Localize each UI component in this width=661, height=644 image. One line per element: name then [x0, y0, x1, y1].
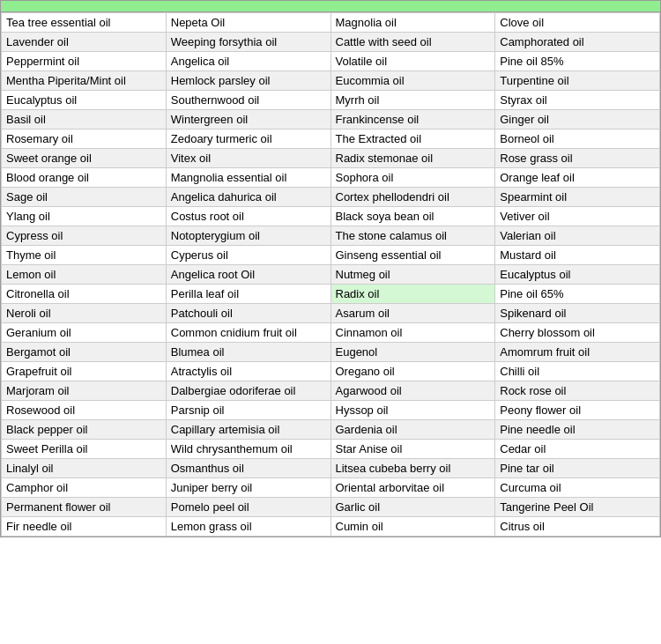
table-cell: Eucommia oil [330, 71, 495, 91]
table-cell: Peony flower oil [495, 401, 660, 420]
table-cell: Eucalyptus oil [495, 265, 660, 285]
table-cell: Tea tree essential oil [2, 13, 167, 33]
table-cell: Rose grass oil [495, 149, 660, 168]
table-cell: Notopterygium oil [166, 226, 330, 246]
table-cell: Southernwood oil [166, 91, 330, 110]
table-cell: Permanent flower oil [2, 498, 167, 517]
table-cell: Sage oil [2, 188, 167, 207]
table-row: Sweet orange oilVitex oilRadix stemonae … [2, 149, 660, 168]
table-cell: Cinnamon oil [330, 323, 495, 343]
table-cell: Asarum oil [330, 304, 495, 323]
table-cell: Rosewood oil [2, 401, 167, 420]
table-row: Camphor oilJuniper berry oilOriental arb… [2, 478, 660, 498]
table-cell: Mustard oil [495, 246, 660, 265]
table-cell: Juniper berry oil [166, 478, 330, 498]
table-cell: Volatile oil [330, 52, 495, 71]
table-cell: Cyperus oil [166, 246, 330, 265]
table-cell: Thyme oil [2, 246, 167, 265]
table-row: Sage oilAngelica dahurica oilCortex phel… [2, 188, 660, 207]
table-cell: Basil oil [2, 110, 167, 130]
table-row: Sweet Perilla oilWild chrysanthemum oilS… [2, 440, 660, 459]
table-cell: Grapefruit oil [2, 362, 167, 381]
table-cell: Lavender oil [2, 33, 167, 52]
table-cell: Spikenard oil [495, 304, 660, 323]
table-cell: Cedar oil [495, 440, 660, 459]
table-cell: Lemon grass oil [166, 517, 330, 537]
table-cell: Mentha Piperita/Mint oil [2, 71, 167, 91]
table-cell: Wild chrysanthemum oil [166, 440, 330, 459]
table-cell: Costus root oil [166, 207, 330, 226]
table-cell: Styrax oil [495, 91, 660, 110]
table-cell: Weeping forsythia oil [166, 33, 330, 52]
table-cell: Sophora oil [330, 168, 495, 188]
table-cell: Lemon oil [2, 265, 167, 285]
table-cell: Dalbergiae odoriferae oil [166, 381, 330, 401]
table-row: Rosemary oilZedoary turmeric oilThe Extr… [2, 130, 660, 149]
table-cell: Curcuma oil [495, 478, 660, 498]
essential-oil-table: Tea tree essential oilNepeta OilMagnolia… [0, 0, 661, 537]
table-cell: Ginseng essential oil [330, 246, 495, 265]
table-cell: Litsea cubeba berry oil [330, 459, 495, 478]
table-cell: Blood orange oil [2, 168, 167, 188]
table-row: Cypress oilNotopterygium oilThe stone ca… [2, 226, 660, 246]
table-row: Basil oilWintergreen oilFrankincense oil… [2, 110, 660, 130]
table-cell: Cortex phellodendri oil [330, 188, 495, 207]
table-cell: Parsnip oil [166, 401, 330, 420]
table-cell: Star Anise oil [330, 440, 495, 459]
table-cell: Garlic oil [330, 498, 495, 517]
table-row: Lemon oilAngelica root OilNutmeg oilEuca… [2, 265, 660, 285]
oil-data-table: Tea tree essential oilNepeta OilMagnolia… [1, 12, 660, 537]
table-cell: Hemlock parsley oil [166, 71, 330, 91]
table-cell: Amomrum fruit oil [495, 343, 660, 362]
table-row: Tea tree essential oilNepeta OilMagnolia… [2, 13, 660, 33]
table-cell: Geranium oil [2, 323, 167, 343]
table-cell: Pine needle oil [495, 420, 660, 440]
table-cell: Radix oil [330, 285, 495, 304]
table-cell: Pine oil 85% [495, 52, 660, 71]
table-cell: Blumea oil [166, 343, 330, 362]
table-cell: Angelica root Oil [166, 265, 330, 285]
table-cell: Clove oil [495, 13, 660, 33]
table-cell: Camphor oil [2, 478, 167, 498]
table-cell: Mangnolia essential oil [166, 168, 330, 188]
table-cell: Black soya bean oil [330, 207, 495, 226]
table-cell: Osmanthus oil [166, 459, 330, 478]
table-cell: Wintergreen oil [166, 110, 330, 130]
table-cell: Patchouli oil [166, 304, 330, 323]
table-row: Blood orange oilMangnolia essential oilS… [2, 168, 660, 188]
table-cell: Turpentine oil [495, 71, 660, 91]
table-cell: Capillary artemisia oil [166, 420, 330, 440]
table-cell: Eucalyptus oil [2, 91, 167, 110]
table-cell: Common cnidium fruit oil [166, 323, 330, 343]
table-row: Grapefruit oilAtractylis oilOregano oilC… [2, 362, 660, 381]
table-cell: Citrus oil [495, 517, 660, 537]
table-row: Linalyl oilOsmanthus oilLitsea cubeba be… [2, 459, 660, 478]
table-cell: Oriental arborvitae oil [330, 478, 495, 498]
table-cell: Tangerine Peel Oil [495, 498, 660, 517]
table-row: Lavender oilWeeping forsythia oilCattle … [2, 33, 660, 52]
table-cell: Orange leaf oil [495, 168, 660, 188]
table-cell: Cherry blossom oil [495, 323, 660, 343]
table-cell: Pine tar oil [495, 459, 660, 478]
table-row: Ylang oilCostus root oilBlack soya bean … [2, 207, 660, 226]
table-cell: Ginger oil [495, 110, 660, 130]
table-row: Peppermint oilAngelica oilVolatile oilPi… [2, 52, 660, 71]
table-cell: Cumin oil [330, 517, 495, 537]
table-row: Thyme oilCyperus oilGinseng essential oi… [2, 246, 660, 265]
table-row: Marjoram oilDalbergiae odoriferae oilAga… [2, 381, 660, 401]
table-row: Permanent flower oilPomelo peel oilGarli… [2, 498, 660, 517]
table-row: Mentha Piperita/Mint oilHemlock parsley … [2, 71, 660, 91]
table-cell: Citronella oil [2, 285, 167, 304]
table-cell: Borneol oil [495, 130, 660, 149]
table-row: Bergamot oilBlumea oilEugenolAmomrum fru… [2, 343, 660, 362]
table-cell: Fir needle oil [2, 517, 167, 537]
table-cell: Angelica oil [166, 52, 330, 71]
table-cell: Myrrh oil [330, 91, 495, 110]
table-cell: Valerian oil [495, 226, 660, 246]
table-cell: Perilla leaf oil [166, 285, 330, 304]
table-cell: Linalyl oil [2, 459, 167, 478]
table-cell: Spearmint oil [495, 188, 660, 207]
table-cell: Pine oil 65% [495, 285, 660, 304]
table-cell: Agarwood oil [330, 381, 495, 401]
table-cell: Rock rose oil [495, 381, 660, 401]
